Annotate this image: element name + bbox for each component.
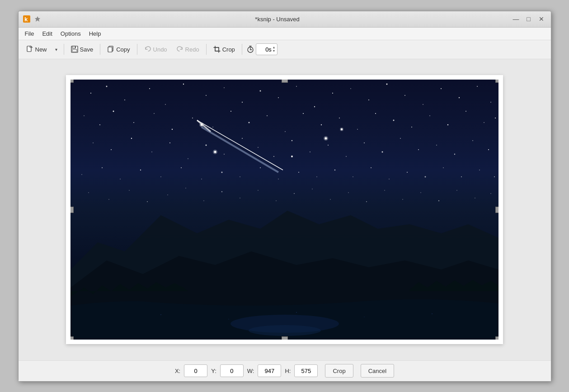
svg-rect-4 — [72, 46, 75, 48]
separator-4 — [206, 44, 207, 55]
svg-point-53 — [429, 115, 430, 116]
menu-help[interactable]: Help — [85, 29, 105, 38]
svg-point-20 — [260, 90, 261, 92]
svg-point-129 — [420, 192, 421, 193]
svg-point-13 — [124, 99, 125, 100]
crop-handle-mr[interactable] — [495, 207, 498, 213]
h-input[interactable] — [294, 364, 318, 377]
main-window: k *ksnip - Unsaved — □ ✕ File Edit Optio… — [18, 11, 551, 382]
crop-handle-br[interactable] — [495, 336, 498, 340]
svg-point-42 — [230, 111, 231, 112]
redo-button[interactable]: Redo — [172, 42, 203, 57]
timer-input-wrap[interactable]: ▴ ▾ — [256, 43, 277, 55]
copy-button[interactable]: Copy — [103, 42, 134, 57]
svg-point-32 — [477, 86, 478, 87]
pin-icon[interactable] — [34, 15, 41, 23]
crop-handle-bc[interactable] — [282, 336, 288, 340]
svg-point-29 — [423, 104, 423, 105]
svg-point-106 — [425, 176, 426, 178]
stars-svg — [71, 80, 498, 340]
svg-point-97 — [260, 167, 261, 168]
svg-point-24 — [332, 93, 333, 94]
timer-down-arrow[interactable]: ▾ — [273, 49, 275, 53]
y-input[interactable] — [220, 364, 244, 377]
svg-point-116 — [185, 188, 186, 189]
svg-point-125 — [348, 192, 348, 193]
svg-point-103 — [371, 167, 371, 168]
separator-5 — [242, 44, 242, 55]
svg-point-131 — [456, 190, 457, 190]
separator-2 — [100, 44, 100, 55]
menu-edit[interactable]: Edit — [38, 29, 56, 38]
crop-handle-tc[interactable] — [282, 80, 288, 83]
svg-point-49 — [357, 129, 358, 130]
svg-rect-6 — [75, 47, 76, 48]
svg-point-62 — [291, 156, 293, 157]
svg-text:k: k — [24, 16, 28, 23]
save-label: Save — [80, 46, 94, 53]
h-label: H: — [285, 368, 291, 374]
svg-point-61 — [324, 136, 328, 141]
svg-point-122 — [294, 193, 295, 194]
svg-line-138 — [202, 127, 278, 172]
x-input[interactable] — [184, 364, 207, 377]
svg-point-44 — [267, 115, 268, 116]
separator-3 — [137, 44, 137, 55]
app-logo: k — [22, 14, 31, 24]
undo-button[interactable]: Undo — [140, 42, 171, 57]
window-title: *ksnip - Unsaved — [45, 16, 510, 23]
svg-point-123 — [312, 189, 312, 189]
w-input[interactable] — [258, 364, 281, 377]
crop-confirm-button[interactable]: Crop — [325, 364, 353, 378]
svg-point-119 — [240, 198, 240, 198]
crop-icon — [213, 46, 221, 53]
svg-point-110 — [494, 176, 495, 177]
svg-point-92 — [160, 176, 161, 177]
svg-point-19 — [242, 102, 243, 103]
svg-point-59 — [213, 150, 217, 154]
save-button[interactable]: Save — [67, 42, 98, 57]
svg-line-135 — [197, 120, 211, 132]
timer-control: ▴ ▾ — [247, 43, 277, 55]
svg-point-132 — [475, 198, 475, 198]
svg-point-31 — [459, 97, 460, 98]
close-button[interactable]: ✕ — [536, 14, 547, 24]
crop-toolbar-button[interactable]: Crop — [209, 42, 239, 57]
svg-point-87 — [488, 149, 489, 150]
svg-line-134 — [197, 120, 283, 170]
svg-point-91 — [140, 170, 141, 170]
timer-input[interactable] — [258, 46, 272, 53]
svg-point-40 — [192, 118, 193, 118]
svg-point-94 — [201, 179, 202, 179]
svg-point-99 — [298, 172, 299, 173]
y-label: Y: — [211, 368, 216, 374]
undo-icon — [144, 46, 151, 53]
crop-handle-tr[interactable] — [495, 80, 498, 83]
screenshot-canvas[interactable] — [71, 80, 498, 340]
svg-point-30 — [441, 88, 442, 89]
menu-options[interactable]: Options — [57, 29, 85, 38]
maximize-button[interactable]: □ — [523, 14, 535, 24]
svg-point-117 — [203, 200, 204, 201]
new-button[interactable]: New — [22, 42, 51, 57]
copy-label: Copy — [116, 46, 130, 53]
svg-point-57 — [495, 118, 496, 118]
crop-handle-tl[interactable] — [71, 80, 74, 83]
timer-spinner: ▴ ▾ — [273, 46, 275, 53]
svg-point-120 — [258, 190, 259, 191]
svg-point-12 — [106, 86, 108, 87]
svg-point-121 — [276, 200, 276, 201]
svg-point-115 — [167, 194, 168, 195]
svg-point-35 — [99, 124, 100, 125]
svg-point-93 — [181, 167, 182, 168]
svg-point-78 — [328, 145, 329, 146]
menu-file[interactable]: File — [21, 29, 38, 38]
svg-point-108 — [461, 176, 462, 177]
cancel-button[interactable]: Cancel — [361, 364, 394, 378]
crop-handle-ml[interactable] — [71, 207, 74, 213]
minimize-button[interactable]: — — [510, 14, 522, 24]
svg-point-140 — [249, 325, 321, 336]
canvas-area — [19, 59, 551, 360]
crop-handle-bl[interactable] — [71, 336, 74, 340]
new-dropdown-button[interactable]: ▾ — [52, 42, 61, 57]
